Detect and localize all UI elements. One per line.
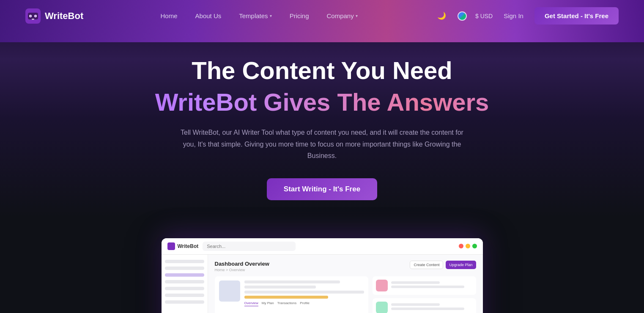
db-right-col (373, 276, 476, 313)
db-small-card-dot (376, 302, 388, 313)
db-small-card-2 (373, 298, 476, 313)
brand-name: WriteBot (45, 11, 83, 22)
db-card-line (244, 286, 316, 289)
db-sidebar-item (165, 287, 204, 290)
db-card-image (219, 280, 240, 302)
db-close-circle (459, 244, 463, 248)
svg-point-4 (30, 15, 31, 16)
dark-mode-toggle[interactable]: 🌙 (435, 9, 449, 23)
db-sidebar-item-active (165, 273, 204, 277)
company-chevron-icon: ▾ (356, 14, 358, 18)
nav-about[interactable]: About Us (188, 9, 229, 23)
logo-icon (25, 8, 41, 24)
dashboard-frame: WriteBot (162, 238, 483, 313)
db-tab-profile[interactable]: Profile (300, 301, 310, 306)
db-small-line (391, 303, 440, 306)
svg-rect-6 (32, 19, 34, 20)
db-breadcrumb: Home > Overview (215, 268, 269, 272)
db-maximize-circle (472, 244, 477, 248)
db-card-info: Overview My Plan Transactions Profile (244, 280, 364, 313)
db-card-tabs: Overview My Plan Transactions Profile (244, 301, 364, 306)
db-minimize-circle (466, 244, 470, 248)
language-selector[interactable] (455, 9, 469, 23)
db-title-area: Dashboard Overview Home > Overview (215, 261, 269, 272)
nav-templates[interactable]: Templates ▾ (231, 9, 279, 23)
db-tab-overview[interactable]: Overview (244, 301, 258, 306)
nav-pricing[interactable]: Pricing (282, 9, 317, 23)
db-sidebar-item (165, 280, 204, 283)
templates-chevron-icon: ▾ (270, 14, 272, 18)
db-search-input[interactable] (203, 242, 296, 251)
db-header-btns: Create Content Upgrade Plan (410, 261, 476, 269)
nav-company[interactable]: Company ▾ (319, 9, 365, 23)
navbar: WriteBot Home About Us Templates ▾ (0, 0, 644, 32)
db-brand: WriteBot (178, 243, 199, 249)
db-card-line (244, 280, 340, 283)
db-window-controls (459, 244, 477, 248)
moon-icon: 🌙 (437, 11, 446, 20)
sign-in-button[interactable]: Sign In (499, 9, 529, 23)
db-small-card-dot (376, 280, 388, 291)
db-tab-transactions[interactable]: Transactions (277, 301, 297, 306)
db-sidebar-item (165, 294, 204, 297)
db-small-card-lines (391, 303, 473, 312)
db-topbar: WriteBot (162, 238, 483, 255)
currency-selector[interactable]: $ USD (475, 13, 493, 19)
nav-right: 🌙 $ USD Sign In Get Started - It's Free (435, 7, 619, 24)
db-main-header: Dashboard Overview Home > Overview Creat… (215, 261, 476, 272)
db-logo-dot (167, 242, 175, 250)
db-sidebar-item (165, 267, 204, 270)
db-card-line (244, 291, 364, 294)
hero-title-purple: WriteBot Gives The Answers (8, 87, 636, 117)
db-create-content-btn[interactable]: Create Content (410, 261, 443, 269)
db-card-highlight-line (244, 296, 328, 299)
db-cards-row: Overview My Plan Transactions Profile (215, 276, 476, 313)
db-small-line (391, 286, 465, 288)
db-small-card-lines (391, 281, 473, 290)
hero-subtitle: Tell WriteBot, our AI Writer Tool what t… (178, 127, 466, 161)
dashboard-preview: WriteBot (0, 238, 644, 313)
db-small-line (391, 281, 440, 284)
db-small-card-1 (373, 276, 476, 295)
db-logo-area: WriteBot (167, 242, 199, 250)
svg-point-5 (35, 15, 36, 16)
db-sidebar (162, 255, 208, 313)
db-small-line (391, 308, 465, 310)
db-body: Dashboard Overview Home > Overview Creat… (162, 255, 483, 313)
db-sidebar-item (165, 300, 204, 304)
get-started-button[interactable]: Get Started - It's Free (534, 7, 619, 24)
hero-section: The Content You Need WriteBot Gives The … (0, 32, 644, 238)
db-upgrade-btn[interactable]: Upgrade Plan (446, 261, 476, 269)
db-sidebar-item (165, 260, 204, 263)
logo-link[interactable]: WriteBot (25, 8, 83, 24)
hero-title-white: The Content You Need (8, 57, 636, 84)
db-main: Dashboard Overview Home > Overview Creat… (208, 255, 483, 313)
globe-icon (458, 11, 467, 21)
db-main-card: Overview My Plan Transactions Profile (215, 276, 368, 313)
nav-home[interactable]: Home (153, 9, 185, 23)
db-main-title: Dashboard Overview (215, 261, 269, 267)
nav-links: Home About Us Templates ▾ Pricing (153, 9, 365, 23)
start-writing-button[interactable]: Start Writing - It's Free (267, 178, 377, 200)
db-tab-myplan[interactable]: My Plan (262, 301, 274, 306)
